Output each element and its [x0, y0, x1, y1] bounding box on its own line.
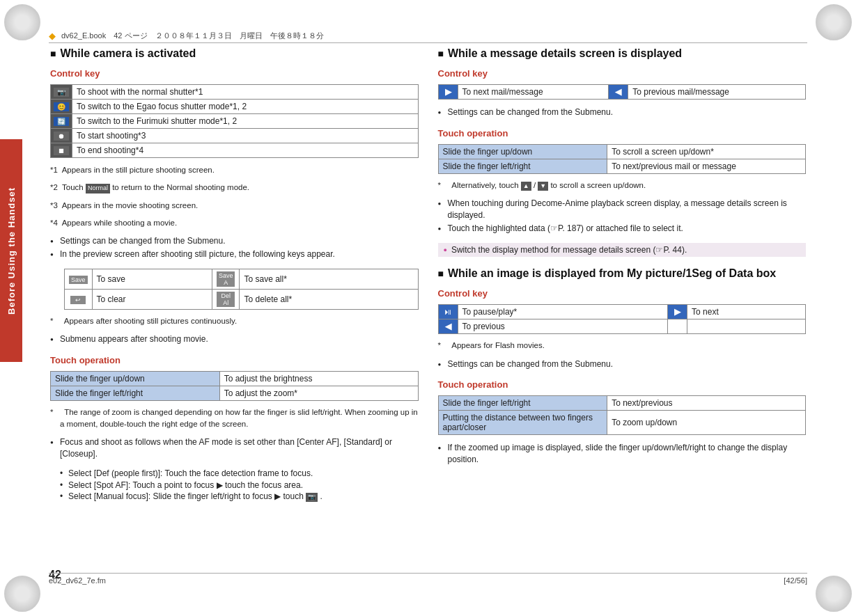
main-content: While camera is activated Control key 📷 … — [50, 47, 806, 569]
touch-right: To adjust the zoom* — [219, 386, 418, 400]
delete-all-text: To delete all* — [240, 289, 418, 309]
touch-left: Slide the finger left/right — [438, 396, 607, 411]
list-item: Settings can be changed from the Submenu… — [50, 235, 419, 247]
camera-icon: 📷 — [54, 88, 69, 97]
left-touch-table: Slide the finger up/down To adjust the b… — [50, 371, 419, 401]
table-row: ⏺ To start shooting*3 — [51, 129, 419, 143]
right-touch-op-label-1: Touch operation — [438, 128, 807, 139]
side-tab-label: Before Using the Handset — [6, 187, 17, 315]
list-item: Settings can be changed from the Submenu… — [438, 358, 807, 370]
clear-text: To clear — [92, 289, 212, 309]
pause-play-icon: ⏯ — [438, 305, 458, 319]
right-bullet-list-4: If the zoomed up image is displayed, sli… — [438, 442, 807, 467]
save-clear-table: Save To save Save A To save all* ↩ To cl… — [64, 269, 419, 310]
header-mark: ◆ — [49, 31, 56, 41]
table-row: Slide the finger left/right To adjust th… — [51, 386, 419, 400]
left-column: While camera is activated Control key 📷 … — [50, 47, 419, 569]
list-item: Select [Spot AF]: Touch a point to focus… — [60, 480, 419, 491]
corner-decoration-br — [816, 576, 852, 612]
empty-icon — [668, 319, 687, 334]
furimuki-icon: 🔄 — [54, 117, 69, 126]
footnote-2: *2 Touch Normal to return to the Normal … — [50, 182, 419, 194]
right-bullet-list-1: Settings can be changed from the Submenu… — [438, 106, 807, 120]
list-item: When touching during Decome-Anime playba… — [438, 198, 807, 221]
save-all-icon: Save A — [217, 271, 235, 287]
footnote-4: *4 Appears while shooting a movie. — [50, 217, 419, 229]
footer-right: [42/56] — [784, 576, 807, 585]
table-row: Save To save Save A To save all* — [65, 269, 419, 289]
next-mail-text: To next mail/message — [458, 85, 609, 100]
right-bullet-list-3: Settings can be changed from the Submenu… — [438, 358, 807, 372]
right-ctrl-image-table: ⏯ To pause/play* ▶ To next ◀ To previous — [438, 304, 807, 334]
list-item: Focus and shoot as follows when the AF m… — [50, 436, 419, 460]
ctrl-text: To start shooting*3 — [72, 129, 419, 143]
list-item: Touch the highlighted data (☞P. 187) or … — [438, 223, 807, 235]
highlight-box: Switch the display method for message de… — [438, 243, 807, 257]
footer-left: e02_dv62_7e.fm — [49, 576, 106, 585]
table-row: Putting the distance between two fingers… — [438, 411, 806, 435]
table-row: ◀ To previous — [438, 319, 806, 334]
ctrl-text: To switch to the Egao focus shutter mode… — [72, 100, 419, 114]
footnote-3: *3 Appears in the movie shooting screen. — [50, 200, 419, 212]
touch-right: To zoom up/down — [607, 411, 806, 435]
table-row: ⏯ To pause/play* ▶ To next — [438, 305, 806, 319]
save-icon: Save — [69, 276, 88, 284]
clear-icon-cell: ↩ — [65, 289, 93, 309]
table-row: Slide the finger up/down To scroll a scr… — [438, 144, 806, 159]
previous-text: To previous — [458, 319, 668, 334]
left-ctrl-table: 📷 To shoot with the normal shutter*1 😊 T… — [50, 84, 419, 158]
clear-icon: ↩ — [70, 296, 86, 304]
right-touch-table-2: Slide the finger left/right To next/prev… — [438, 395, 807, 435]
ctrl-text: To end shooting*4 — [72, 143, 419, 158]
table-row: 🔄 To switch to the Furimuki shutter mode… — [51, 114, 419, 129]
header-bar: ◆ dv62_E.book 42 ページ ２００８年１１月３日 月曜日 午後８時… — [49, 31, 807, 43]
touch-right: To next/previous — [607, 396, 806, 411]
list-item: Submenu appears after shooting movie. — [50, 333, 419, 345]
table-row: 📷 To shoot with the normal shutter*1 — [51, 85, 419, 100]
list-item: In the preview screen after shooting sti… — [50, 248, 419, 260]
touch-right: To scroll a screen up/down* — [607, 144, 806, 159]
right-bullet-list-2: When touching during Decome-Anime playba… — [438, 198, 807, 235]
left-touch-op-label: Touch operation — [50, 355, 419, 365]
touch-left: Slide the finger up/down — [51, 371, 220, 386]
table-row: Slide the finger left/right To next/prev… — [438, 159, 806, 173]
highlight-text: Switch the display method for message de… — [451, 245, 687, 255]
list-item: If the zoomed up image is displayed, sli… — [438, 442, 807, 466]
side-tab: Before Using the Handset — [0, 139, 22, 362]
rec-icon: ⏺ — [54, 132, 69, 141]
ctrl-icon-cell: 😊 — [51, 100, 72, 114]
header-text: dv62_E.book 42 ページ ２００８年１１月３日 月曜日 午後８時１８… — [61, 31, 324, 41]
corner-decoration-bl — [4, 576, 40, 612]
table-row: Slide the finger up/down To adjust the b… — [51, 371, 419, 386]
right-ctrl-mail-table: ▶ To next mail/message ◀ To previous mai… — [438, 84, 807, 100]
star-note-1: Appears after shooting still pictures co… — [50, 315, 419, 327]
touch-left: Slide the finger left/right — [438, 159, 607, 173]
right-section-title-1: While a message details screen is displa… — [438, 47, 807, 60]
right-touch-op-label-2: Touch operation — [438, 379, 807, 390]
left-control-key-label: Control key — [50, 68, 419, 79]
right-control-key-label-2: Control key — [438, 288, 807, 299]
right-star-note-2: Appears for Flash movies. — [438, 340, 807, 352]
table-row: ↩ To clear Del Al To delete all* — [65, 289, 419, 309]
save-all-text: To save all* — [240, 269, 418, 289]
pause-play-text: To pause/play* — [458, 305, 668, 319]
list-item: Select [Manual focus]: Slide the finger … — [60, 491, 419, 503]
ctrl-icon-cell: ⏺ — [51, 129, 72, 143]
right-control-key-label-1: Control key — [438, 68, 807, 79]
touch-right: To adjust the brightness — [219, 371, 418, 386]
right-touch-table-1: Slide the finger up/down To scroll a scr… — [438, 144, 807, 174]
list-item: Settings can be changed from the Submenu… — [438, 106, 807, 118]
save-text: To save — [92, 269, 212, 289]
star-note-2: The range of zoom is changed depending o… — [50, 406, 419, 431]
left-section-title: While camera is activated — [50, 47, 419, 60]
list-item: Select [Def (people first)]: Touch the f… — [60, 468, 419, 480]
touch-right: To next/previous mail or message — [607, 159, 806, 173]
ctrl-icon-cell: 🔄 — [51, 114, 72, 129]
save-icon-cell: Save — [65, 269, 93, 289]
ctrl-text: To switch to the Furimuki shutter mode*1… — [72, 114, 419, 129]
ctrl-icon-cell: ⏹ — [51, 143, 72, 158]
left-dot-list: Select [Def (people first)]: Touch the f… — [60, 468, 419, 503]
table-row: Slide the finger left/right To next/prev… — [438, 396, 806, 411]
touch-left: Slide the finger up/down — [438, 144, 607, 159]
footnote-1: *1 Appears in the still picture shooting… — [50, 164, 419, 176]
